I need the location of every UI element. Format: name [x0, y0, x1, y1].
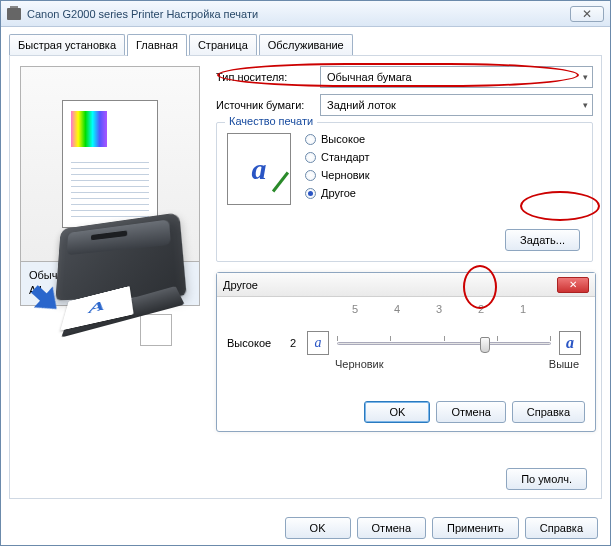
dialog-titlebar: Другое ✕	[217, 273, 595, 297]
tab-pane-main: Обычная бумага A4 A Тип носителя: Обычна…	[9, 55, 602, 499]
custom-quality-dialog: Другое ✕ 5 4 3 2 1 Высокое 2 a	[216, 272, 596, 432]
dialog-close-button[interactable]: ✕	[557, 277, 589, 293]
dialog-help-button[interactable]: Справка	[512, 401, 585, 423]
slider-tick-labels: 5 4 3 2 1	[352, 303, 526, 315]
high-sample-icon: a	[559, 331, 581, 355]
draft-sample-icon: a	[307, 331, 329, 355]
cancel-button[interactable]: Отмена	[357, 517, 426, 539]
tab-maintenance[interactable]: Обслуживание	[259, 34, 353, 56]
dialog-cancel-button[interactable]: Отмена	[436, 401, 505, 423]
window-title: Canon G2000 series Printer Настройка печ…	[27, 8, 258, 20]
media-type-select[interactable]: Обычная бумага	[320, 66, 593, 88]
tabs: Быстрая установка Главная Страница Обслу…	[9, 33, 602, 56]
window-body: Быстрая установка Главная Страница Обслу…	[1, 27, 610, 505]
help-button[interactable]: Справка	[525, 517, 598, 539]
dialog-ok-button[interactable]: OK	[364, 401, 430, 423]
media-type-value: Обычная бумага	[327, 71, 412, 83]
slider-sub-right: Выше	[549, 358, 579, 370]
print-quality-group: Качество печати a Высокое Стандарт Черно…	[216, 122, 593, 262]
apply-button[interactable]: Применить	[432, 517, 519, 539]
footer-buttons: OK Отмена Применить Справка	[1, 517, 610, 539]
quality-radios: Высокое Стандарт Черновик Другое	[305, 133, 370, 199]
slider-left-num: 2	[283, 337, 303, 349]
window-close-button[interactable]: ✕	[570, 6, 604, 22]
quality-high-radio[interactable]: Высокое	[305, 133, 370, 145]
dialog-title: Другое	[223, 279, 258, 291]
printer-icon	[7, 8, 21, 20]
ok-button[interactable]: OK	[285, 517, 351, 539]
quality-standard-radio[interactable]: Стандарт	[305, 151, 370, 163]
print-quality-title: Качество печати	[225, 115, 317, 127]
quality-set-button[interactable]: Задать...	[505, 229, 580, 251]
quality-other-radio[interactable]: Другое	[305, 187, 370, 199]
quality-sample-icon: a	[227, 133, 291, 205]
paper-source-value: Задний лоток	[327, 99, 396, 111]
media-type-label: Тип носителя:	[216, 71, 320, 83]
slider-thumb[interactable]	[480, 337, 490, 353]
tab-quick-setup[interactable]: Быстрая установка	[9, 34, 125, 56]
paper-source-label: Источник бумаги:	[216, 99, 320, 111]
dialog-buttons: OK Отмена Справка	[364, 401, 585, 423]
quality-draft-radio[interactable]: Черновик	[305, 169, 370, 181]
tab-main[interactable]: Главная	[127, 34, 187, 56]
paper-source-select[interactable]: Задний лоток	[320, 94, 593, 116]
printer-illustration: A	[30, 198, 210, 338]
print-settings-window: Canon G2000 series Printer Настройка печ…	[0, 0, 611, 546]
slider-sub-left: Черновик	[335, 358, 384, 370]
preview-column: Обычная бумага A4 A	[20, 66, 200, 346]
defaults-button[interactable]: По умолч.	[506, 468, 587, 490]
tab-page[interactable]: Страница	[189, 34, 257, 56]
slider-left-label: Высокое	[227, 337, 283, 349]
quality-slider[interactable]	[337, 333, 551, 353]
titlebar: Canon G2000 series Printer Настройка печ…	[1, 1, 610, 27]
settings-column: Тип носителя: Обычная бумага Источник бу…	[216, 66, 593, 262]
